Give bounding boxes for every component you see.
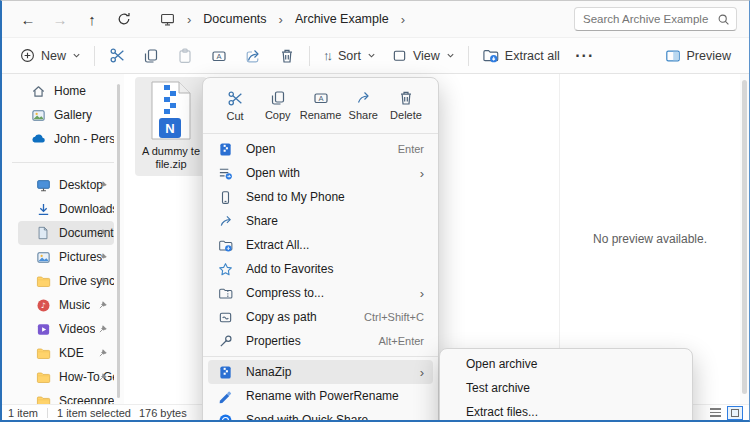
menu-item-share[interactable]: Share: [208, 209, 433, 233]
document-icon: [35, 225, 51, 241]
submenu-item-open-archive[interactable]: Open archive: [445, 352, 687, 376]
menu-item-add-to-favorites[interactable]: Add to Favorites: [208, 257, 433, 281]
refresh-button[interactable]: [108, 5, 140, 33]
search-box[interactable]: [574, 7, 737, 31]
pin-icon: [98, 276, 108, 286]
sort-button[interactable]: ↑↓ Sort: [315, 42, 384, 70]
sidebar-item-pictures[interactable]: Pictures: [18, 245, 114, 269]
forward-button[interactable]: →: [44, 5, 76, 33]
file-name-line2: file.zip: [142, 158, 200, 171]
sidebar-item-label: KDE: [59, 346, 84, 360]
paste-button[interactable]: [168, 42, 202, 70]
submenu-item-label: Extract files...: [466, 405, 538, 419]
folder-icon: [35, 393, 51, 404]
sidebar-item-screenpresso[interactable]: Screenpresso: [18, 389, 114, 404]
menu-item-open-with[interactable]: Open with ›: [208, 161, 433, 185]
menu-item-label: Send with Quick Share: [246, 413, 368, 422]
new-button[interactable]: New: [12, 42, 89, 70]
sidebar-item-how-to-geek[interactable]: How-To Geek: [18, 365, 114, 389]
scrollbar-thumb[interactable]: [742, 80, 747, 394]
file-name-label: A dummy te file.zip: [142, 145, 200, 171]
breadcrumb-separator: ›: [277, 12, 285, 27]
details-view-button[interactable]: [708, 406, 723, 419]
breadcrumb-item-documents[interactable]: Documents: [197, 9, 272, 29]
menu-item-rename-with-powerrename[interactable]: Rename with PowerRename: [208, 384, 433, 408]
sidebar-item-label: Screenpresso: [59, 394, 114, 404]
sidebar-scrollbar[interactable]: [117, 84, 120, 398]
this-pc-crumb[interactable]: [154, 9, 181, 30]
back-button[interactable]: ←: [12, 5, 44, 33]
up-button[interactable]: ↑: [76, 5, 108, 33]
quick-share-icon: [217, 412, 233, 422]
submenu-item-test-archive[interactable]: Test archive: [445, 376, 687, 400]
quick-action-share[interactable]: Share: [343, 87, 383, 125]
this-pc-monitor-icon: [160, 12, 175, 27]
extract-all-button[interactable]: Extract all: [474, 42, 568, 70]
menu-item-label: Open: [246, 142, 275, 156]
refresh-icon: [117, 12, 131, 26]
zip-file-icon: N: [147, 81, 195, 141]
icons-view-icon: [731, 409, 739, 417]
quick-action-label: Copy: [265, 109, 291, 121]
preview-toggle-button[interactable]: Preview: [657, 42, 739, 70]
folder-icon: [35, 273, 51, 289]
menu-item-copy-as-path[interactable]: Copy as path Ctrl+Shift+C: [208, 305, 433, 329]
sort-label: Sort: [338, 49, 361, 63]
preview-pane-icon: [665, 48, 681, 64]
sidebar-item-home[interactable]: Home: [18, 79, 114, 103]
quick-action-rename[interactable]: A Rename: [301, 87, 341, 125]
new-plus-icon: [20, 48, 35, 63]
menu-item-label: NanaZip: [246, 365, 291, 379]
folder-icon: [35, 369, 51, 385]
quick-actions-row: Cut Copy A Rename: [203, 85, 438, 130]
menu-item-open[interactable]: Open Enter: [208, 137, 433, 161]
breadcrumb-separator: ›: [185, 12, 193, 27]
sidebar-item-videos[interactable]: Videos: [18, 317, 114, 341]
quick-action-copy[interactable]: Copy: [258, 87, 298, 125]
chevron-down-icon: [446, 51, 455, 60]
menu-item-nanazip[interactable]: NanaZip ›: [208, 360, 433, 384]
onedrive-icon: ›: [30, 131, 46, 147]
breadcrumb-separator[interactable]: ›: [399, 12, 407, 27]
copy-icon: [270, 90, 286, 106]
selected-file-zip[interactable]: N A dummy te file.zip: [135, 77, 207, 176]
folder-icon: [35, 345, 51, 361]
copy-button[interactable]: [134, 42, 168, 70]
pictures-icon: [35, 249, 51, 265]
breadcrumb-item-archive-example[interactable]: Archive Example: [289, 9, 395, 29]
share-button[interactable]: [236, 42, 270, 70]
sidebar-item-music[interactable]: ♪ Music: [18, 293, 114, 317]
sidebar-item-drive-sync[interactable]: Drive sync: [18, 269, 114, 293]
sidebar-item-label: Gallery: [54, 108, 92, 122]
pin-icon: [98, 180, 108, 190]
toolbar-divider: [309, 46, 310, 66]
sidebar-item-documents[interactable]: Documents: [18, 221, 114, 245]
downloads-icon: [35, 201, 51, 217]
see-more-button[interactable]: ···: [568, 42, 602, 70]
copy-path-icon: [217, 309, 233, 325]
sidebar-item-desktop[interactable]: Desktop: [18, 173, 114, 197]
quick-action-cut[interactable]: Cut: [215, 87, 255, 125]
svg-text:♪: ♪: [41, 301, 46, 310]
sidebar-item-onedrive-personal[interactable]: › John - Personal: [18, 127, 114, 151]
icons-view-button[interactable]: [727, 406, 743, 420]
quick-action-delete[interactable]: Delete: [386, 87, 426, 125]
menu-item-properties[interactable]: Properties Alt+Enter: [208, 329, 433, 353]
delete-button[interactable]: [270, 42, 304, 70]
sidebar-item-kde[interactable]: KDE: [18, 341, 114, 365]
search-input[interactable]: [583, 13, 717, 25]
rename-button[interactable]: A: [202, 42, 236, 70]
menu-item-extract-all[interactable]: Extract All...: [208, 233, 433, 257]
cut-button[interactable]: [100, 42, 134, 70]
menu-item-compress-to[interactable]: Compress to... ›: [208, 281, 433, 305]
menu-item-send-to-my-phone[interactable]: Send to My Phone: [208, 185, 433, 209]
menu-item-send-with-quick-share[interactable]: Send with Quick Share: [208, 408, 433, 422]
view-button[interactable]: View: [384, 42, 463, 70]
quick-action-label: Share: [349, 109, 378, 121]
home-icon: [30, 83, 46, 99]
submenu-item-extract-files[interactable]: Extract files...: [445, 400, 687, 422]
sidebar-item-gallery[interactable]: Gallery: [18, 103, 114, 127]
sidebar-item-downloads[interactable]: Downloads: [18, 197, 114, 221]
vertical-scrollbar[interactable]: [740, 74, 749, 404]
sidebar-item-label: John - Personal: [54, 132, 114, 146]
